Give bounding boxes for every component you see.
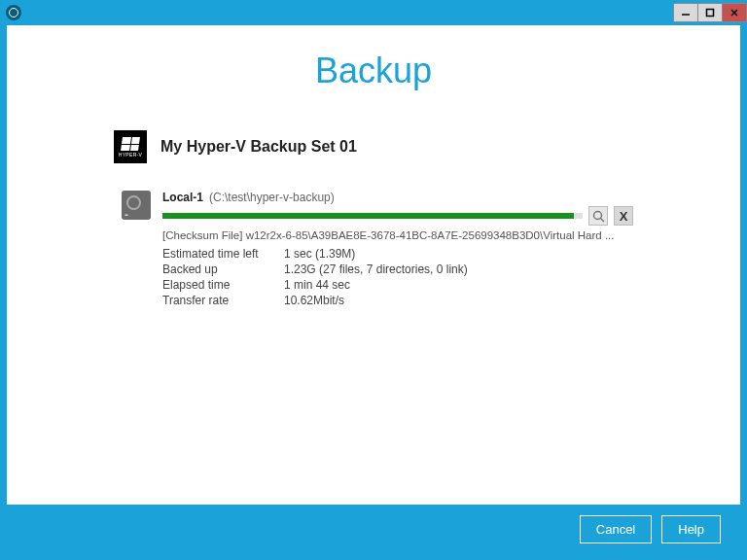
storage-icon [122, 191, 151, 220]
main-area: Backup HYPER-V My Hyper-V Backup Set 01 … [7, 25, 740, 505]
window-controls [674, 3, 747, 22]
minimize-button[interactable] [673, 3, 698, 22]
log-button[interactable] [588, 206, 608, 226]
svg-rect-1 [707, 10, 714, 17]
eta-label: Estimated time left [162, 247, 284, 261]
svg-line-5 [600, 218, 604, 222]
backup-set-name: My Hyper-V Backup Set 01 [160, 138, 357, 156]
stats: Estimated time left 1 sec (1.39M) Backed… [162, 247, 633, 307]
eta-value: 1 sec (1.39M) [284, 247, 355, 261]
backed-value: 1.23G (27 files, 7 directories, 0 link) [284, 262, 468, 276]
help-button[interactable]: Help [661, 515, 721, 543]
elapsed-label: Elapsed time [162, 278, 284, 292]
backed-label: Backed up [162, 262, 284, 276]
progress-fill [162, 213, 574, 219]
destination-details: Local-1 (C:\test\hyper-v-backup) X [Chec… [162, 191, 633, 309]
content-frame: Backup HYPER-V My Hyper-V Backup Set 01 … [7, 25, 740, 553]
hyperv-logo-icon: HYPER-V [114, 130, 147, 163]
footer: Cancel Help [7, 505, 740, 553]
rate-label: Transfer rate [162, 294, 284, 307]
close-button[interactable] [722, 3, 747, 22]
svg-point-4 [593, 211, 601, 219]
elapsed-value: 1 min 44 sec [284, 278, 350, 292]
rate-value: 10.62Mbit/s [284, 294, 344, 307]
progress-bar [162, 213, 583, 219]
destination-block: Local-1 (C:\test\hyper-v-backup) X [Chec… [7, 191, 740, 309]
page-title: Backup [7, 51, 740, 91]
app-icon [6, 5, 21, 20]
cancel-button[interactable]: Cancel [580, 515, 652, 543]
destination-path: (C:\test\hyper-v-backup) [209, 191, 335, 204]
titlebar [0, 0, 747, 25]
destination-name: Local-1 [162, 191, 203, 204]
current-file: [Checksum File] w12r2x-6-85\A39BAE8E-367… [162, 229, 633, 241]
backup-set-header: HYPER-V My Hyper-V Backup Set 01 [7, 130, 740, 163]
stop-button[interactable]: X [614, 206, 633, 226]
logo-text: HYPER-V [119, 152, 142, 158]
maximize-button[interactable] [697, 3, 723, 22]
progress-row: X [162, 206, 633, 226]
